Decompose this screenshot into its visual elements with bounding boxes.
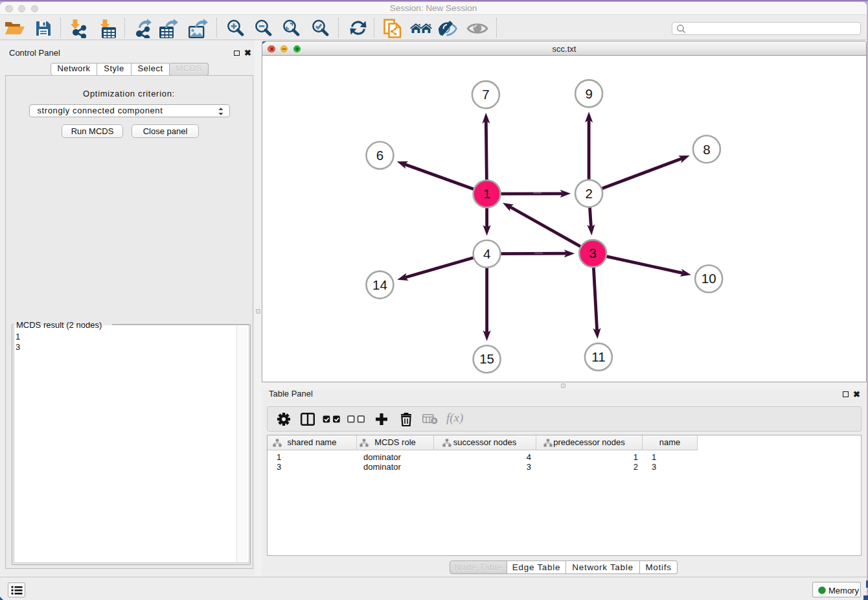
svg-text:3: 3 bbox=[589, 246, 596, 260]
svg-text:7: 7 bbox=[482, 87, 489, 102]
svg-text:15: 15 bbox=[479, 351, 494, 366]
svg-text:1: 1 bbox=[483, 186, 490, 201]
svg-text:9: 9 bbox=[585, 86, 592, 101]
svg-text:4: 4 bbox=[483, 246, 490, 261]
svg-text:6: 6 bbox=[376, 148, 383, 163]
svg-text:14: 14 bbox=[372, 277, 387, 292]
svg-text:2: 2 bbox=[585, 186, 592, 201]
svg-text:8: 8 bbox=[703, 142, 710, 157]
svg-text:10: 10 bbox=[702, 271, 716, 286]
svg-text:11: 11 bbox=[591, 349, 605, 364]
